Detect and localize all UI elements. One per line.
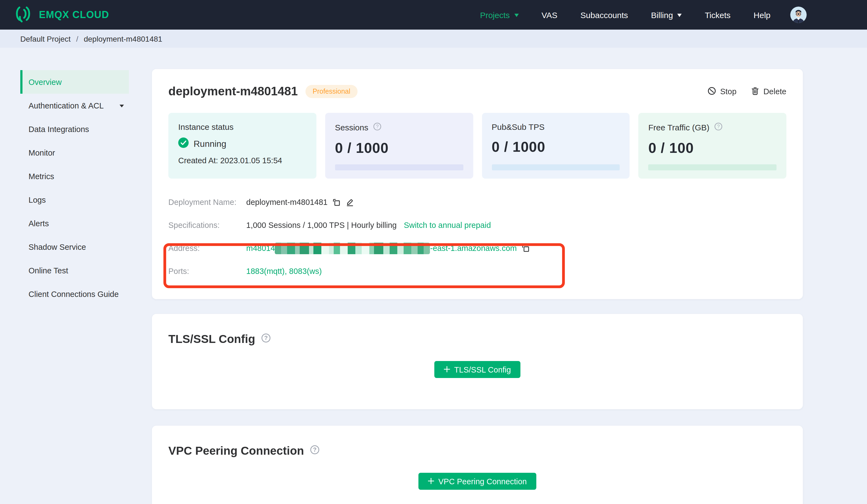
plus-icon — [428, 477, 435, 486]
deployment-actions: Stop Delete — [707, 86, 786, 97]
sidebar-item-monitor[interactable]: Monitor — [20, 141, 129, 164]
help-icon[interactable]: ? — [714, 122, 722, 133]
nav-item-billing[interactable]: Billing — [651, 10, 682, 20]
nav-item-subaccounts[interactable]: Subaccounts — [580, 10, 628, 20]
stop-button[interactable]: Stop — [707, 86, 737, 97]
nav-item-projects[interactable]: Projects — [480, 10, 518, 20]
sidebar-item-client-connections-guide[interactable]: Client Connections Guide — [20, 282, 129, 306]
edit-pencil-icon[interactable] — [346, 198, 354, 207]
deployment-name-value: deployment-m4801481 — [246, 198, 328, 207]
tls-ssl-title: TLS/SSL Config — [168, 332, 255, 346]
circle-slash-icon — [707, 86, 716, 97]
brand-name: EMQX CLOUD — [39, 9, 109, 21]
sessions-label: Sessions — [335, 123, 368, 132]
sidebar-item-shadow-service[interactable]: Shadow Service — [20, 235, 129, 259]
specifications-value: 1,000 Sessions / 1,000 TPS | Hourly bill… — [246, 221, 397, 230]
ports-value: 1883(mqtt), 8083(ws) — [246, 267, 322, 276]
nav-item-tickets[interactable]: Tickets — [705, 10, 730, 20]
help-icon[interactable]: ? — [310, 444, 320, 458]
deployment-header: deployment-m4801481 Professional Stop — [168, 84, 786, 99]
app: EMQX CLOUD Projects VAS Subaccounts Bill… — [0, 0, 867, 504]
sessions-card: Sessions ? 0 / 1000 — [325, 113, 473, 178]
address-row: Address: m48014-east-1.amazonaws.com — [168, 237, 786, 260]
top-navbar: EMQX CLOUD Projects VAS Subaccounts Bill… — [0, 0, 867, 30]
pubsub-label: Pub&Sub TPS — [492, 122, 620, 131]
specifications-row: Specifications: 1,000 Sessions / 1,000 T… — [168, 213, 786, 237]
chevron-down-icon — [514, 13, 518, 19]
switch-annual-prepaid-link[interactable]: Switch to annual prepaid — [404, 221, 491, 230]
help-icon[interactable]: ? — [373, 122, 382, 133]
address-prefix: m48014 — [246, 244, 275, 253]
instance-status-label: Instance status — [178, 122, 307, 131]
breadcrumb-project[interactable]: Default Project — [20, 34, 71, 43]
sidebar-item-logs[interactable]: Logs — [20, 188, 129, 211]
ports-label: Ports: — [168, 267, 246, 276]
address-redacted-mask — [275, 242, 430, 254]
svg-text:?: ? — [313, 447, 317, 453]
sidebar-item-data-integrations[interactable]: Data Integrations — [20, 117, 129, 141]
user-avatar[interactable] — [790, 7, 807, 23]
sessions-progress-bar — [335, 164, 463, 171]
breadcrumb: Default Project / deployment-m4801481 — [0, 30, 867, 48]
free-traffic-value: 0 / 100 — [649, 140, 777, 157]
pubsub-value: 0 / 1000 — [492, 139, 620, 156]
nav-item-help[interactable]: Help — [753, 10, 770, 20]
help-icon[interactable]: ? — [261, 332, 271, 346]
instance-status-value: Running — [178, 138, 307, 150]
add-vpc-peering-button[interactable]: VPC Peering Connection — [419, 473, 536, 490]
sidebar: Overview Authentication & ACL Data Integ… — [20, 70, 129, 306]
deployment-name-label: Deployment Name: — [168, 198, 246, 207]
instance-status-card: Instance status Running Created At: 2023… — [168, 113, 317, 178]
delete-button[interactable]: Delete — [751, 86, 786, 97]
emqx-logo-icon — [13, 4, 33, 26]
vpc-peering-card: VPC Peering Connection ? VPC Peering Con… — [152, 426, 803, 504]
check-circle-icon — [178, 138, 189, 150]
plan-badge: Professional — [306, 85, 357, 98]
sidebar-item-overview[interactable]: Overview — [20, 70, 129, 94]
free-traffic-card: Free Traffic (GB) ? 0 / 100 — [639, 113, 786, 178]
created-at-text: Created At: 2023.01.05 15:54 — [178, 156, 307, 165]
copy-icon[interactable] — [333, 198, 341, 206]
sidebar-item-online-test[interactable]: Online Test — [20, 259, 129, 282]
brand-logo[interactable]: EMQX CLOUD — [13, 4, 109, 26]
sidebar-item-alerts[interactable]: Alerts — [20, 211, 129, 235]
breadcrumb-separator: / — [76, 34, 78, 43]
pubsub-tps-card: Pub&Sub TPS 0 / 1000 — [482, 113, 630, 178]
add-tls-ssl-config-button[interactable]: TLS/SSL Config — [435, 361, 521, 378]
specifications-label: Specifications: — [168, 221, 246, 230]
deployment-name-row: Deployment Name: deployment-m4801481 — [168, 191, 786, 213]
sidebar-item-authentication-acl[interactable]: Authentication & ACL — [20, 94, 129, 117]
address-suffix: -east-1.amazonaws.com — [430, 244, 517, 253]
deployment-title: deployment-m4801481 — [168, 84, 298, 99]
svg-text:?: ? — [717, 124, 719, 129]
deployment-overview-card: deployment-m4801481 Professional Stop — [152, 69, 803, 299]
free-traffic-label: Free Traffic (GB) — [649, 123, 710, 132]
deployment-details: Deployment Name: deployment-m4801481 — [168, 191, 786, 283]
tls-ssl-card: TLS/SSL Config ? TLS/SSL Config — [152, 314, 803, 409]
svg-text:?: ? — [264, 335, 268, 341]
stats-row: Instance status Running Created At: 2023… — [168, 113, 786, 178]
sessions-value: 0 / 1000 — [335, 140, 463, 157]
chevron-down-icon — [677, 13, 682, 19]
address-label: Address: — [168, 244, 246, 253]
plus-icon — [444, 365, 450, 374]
chevron-down-icon — [119, 105, 124, 109]
sidebar-item-metrics[interactable]: Metrics — [20, 164, 129, 188]
trash-icon — [751, 86, 760, 97]
nav-item-vas[interactable]: VAS — [542, 10, 557, 20]
nav-menu: Projects VAS Subaccounts Billing Tickets… — [480, 7, 867, 23]
main-content: deployment-m4801481 Professional Stop — [152, 69, 803, 504]
svg-text:?: ? — [376, 124, 378, 129]
breadcrumb-current: deployment-m4801481 — [84, 34, 162, 43]
ports-row: Ports: 1883(mqtt), 8083(ws) — [168, 260, 786, 283]
free-traffic-progress-bar — [649, 164, 777, 171]
vpc-peering-title: VPC Peering Connection — [168, 444, 304, 458]
copy-icon[interactable] — [522, 244, 530, 252]
pubsub-progress-bar — [492, 164, 620, 171]
